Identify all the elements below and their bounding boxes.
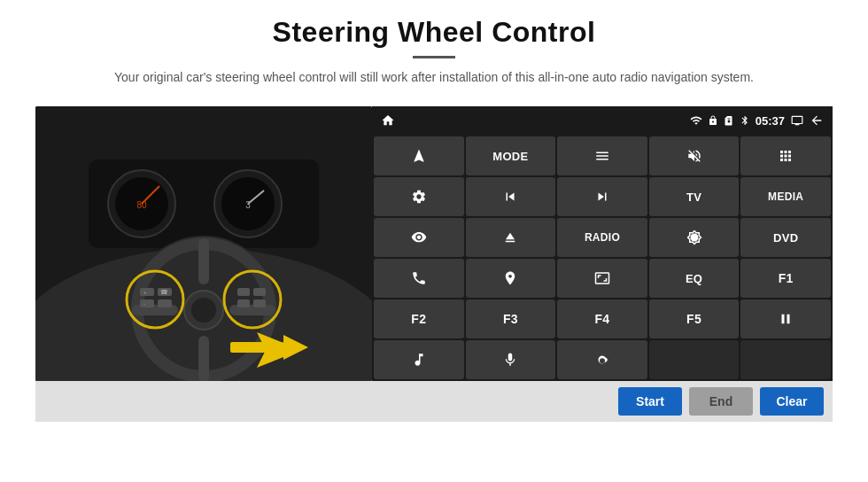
btn-brightness[interactable]	[649, 218, 740, 257]
btn-f1[interactable]: F1	[740, 259, 831, 298]
clear-button[interactable]: Clear	[760, 387, 824, 416]
svg-point-18	[191, 298, 216, 323]
btn-f4[interactable]: F4	[557, 299, 647, 338]
btn-playpause[interactable]	[740, 299, 831, 338]
svg-rect-25	[158, 299, 172, 307]
subtitle: Your original car's steering wheel contr…	[114, 67, 754, 87]
title-section: Steering Wheel Control Your original car…	[114, 16, 754, 99]
svg-rect-33	[230, 342, 283, 353]
svg-rect-29	[237, 299, 250, 307]
svg-text:☎: ☎	[160, 289, 168, 295]
control-panel: 05:37 MODE	[372, 106, 833, 381]
svg-rect-20	[140, 288, 154, 296]
button-grid: MODE TV	[372, 135, 833, 381]
btn-navigation2[interactable]	[466, 259, 556, 298]
btn-settings[interactable]	[374, 177, 464, 216]
btn-dvd[interactable]: DVD	[740, 218, 831, 257]
btn-empty1	[649, 340, 740, 379]
btn-list[interactable]	[557, 136, 647, 175]
svg-text:+: +	[143, 290, 147, 295]
btn-phone[interactable]	[374, 259, 464, 298]
svg-text:-: -	[143, 301, 145, 307]
btn-eject[interactable]	[466, 218, 556, 257]
btn-radio[interactable]: RADIO	[557, 218, 647, 257]
status-bar: 05:37	[372, 106, 833, 135]
btn-eq[interactable]: EQ	[649, 259, 740, 298]
page-container: Steering Wheel Control Your original car…	[0, 0, 868, 482]
svg-text:80: 80	[136, 200, 147, 210]
page-title: Steering Wheel Control	[114, 16, 754, 49]
status-time: 05:37	[756, 114, 785, 128]
status-right: 05:37	[690, 113, 824, 128]
title-divider	[413, 56, 455, 58]
btn-navigate[interactable]	[374, 136, 464, 175]
btn-tv[interactable]: TV	[649, 177, 740, 216]
action-bar: Start End Clear	[35, 381, 833, 422]
btn-mute[interactable]	[649, 136, 740, 175]
btn-apps[interactable]	[740, 136, 831, 175]
btn-screen-fit[interactable]	[557, 259, 647, 298]
btn-f2[interactable]: F2	[374, 299, 464, 338]
btn-mic[interactable]	[466, 340, 556, 379]
end-button[interactable]: End	[689, 387, 753, 416]
btn-f5[interactable]: F5	[649, 299, 740, 338]
car-image: 80 3	[35, 106, 372, 381]
btn-music[interactable]	[374, 340, 464, 379]
start-button[interactable]: Start	[618, 387, 682, 416]
btn-empty2	[740, 340, 831, 379]
svg-rect-30	[253, 288, 266, 296]
btn-mode[interactable]: MODE	[466, 136, 556, 175]
svg-rect-21	[140, 299, 154, 307]
btn-next[interactable]	[557, 177, 647, 216]
svg-rect-31	[253, 299, 266, 307]
content-row: 80 3	[35, 106, 833, 381]
status-left	[381, 113, 395, 128]
btn-prev[interactable]	[466, 177, 556, 216]
btn-f3[interactable]: F3	[466, 299, 556, 338]
btn-media[interactable]: MEDIA	[740, 177, 831, 216]
btn-360[interactable]	[374, 218, 464, 257]
svg-rect-28	[237, 288, 250, 296]
btn-volume-call[interactable]	[557, 340, 647, 379]
